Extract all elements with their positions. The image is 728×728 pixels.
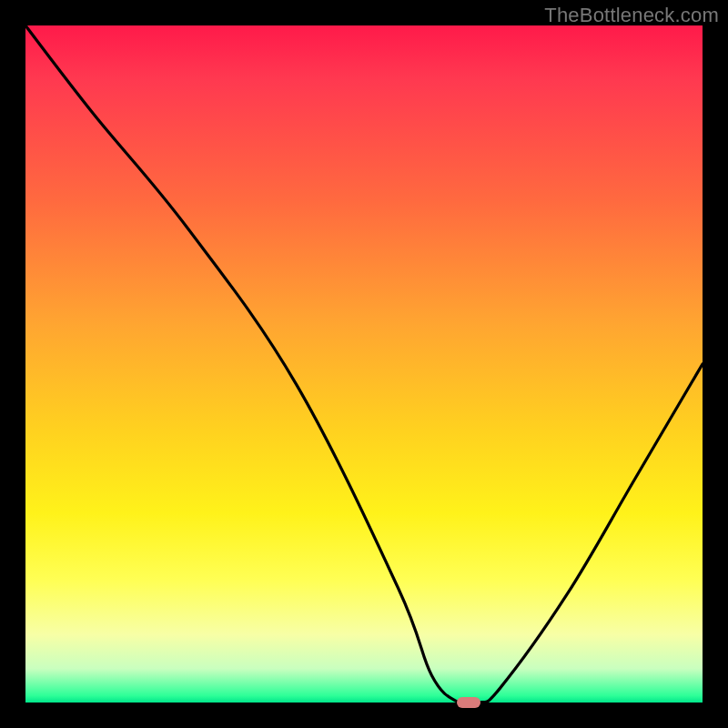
plot-area xyxy=(25,25,703,703)
optimal-marker xyxy=(457,697,480,708)
bottleneck-curve xyxy=(25,25,703,703)
watermark-text: TheBottleneck.com xyxy=(544,4,719,27)
curve-path xyxy=(25,25,703,703)
chart-frame: TheBottleneck.com xyxy=(0,0,728,728)
